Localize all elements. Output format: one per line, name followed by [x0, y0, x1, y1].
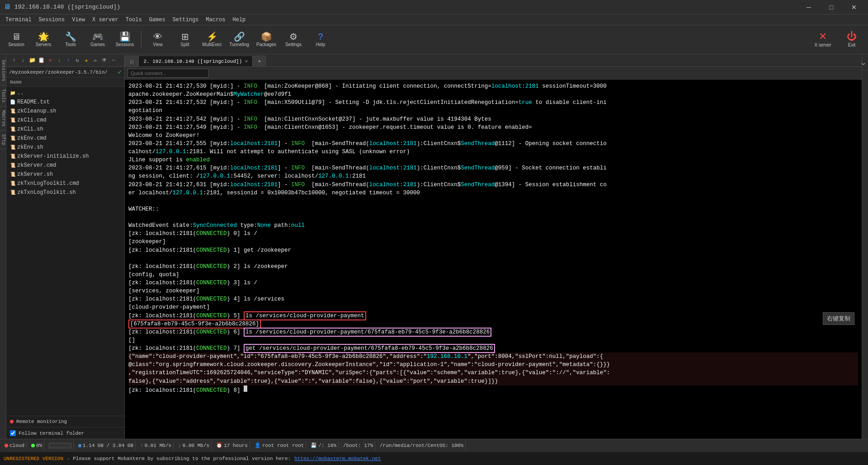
fp-delete-icon[interactable]: ✕ — [46, 56, 54, 65]
term-line: apache.zookeeper.ZooKeeperMain$MyWatcher… — [128, 90, 858, 99]
menu-view[interactable]: View — [68, 16, 89, 24]
menu-tools[interactable]: Tools — [122, 16, 146, 24]
tab-close-icon[interactable]: ✕ — [245, 58, 248, 65]
maximize-button[interactable]: □ — [821, 0, 842, 14]
status-netdown: ↓ 0.00 Mb/s — [176, 441, 212, 450]
fp-star-icon[interactable]: ★ — [82, 56, 90, 65]
session-button[interactable]: 🖥 Session — [4, 27, 29, 52]
exit-button[interactable]: ⏻ Exit — [839, 27, 864, 52]
script-icon: 📜 — [10, 117, 15, 123]
fp-refresh-icon[interactable]: ↻ — [73, 56, 81, 65]
file-tree[interactable]: 📁 .. 📄 README.txt 📜 zkCleanup.sh 📜 zkCli… — [6, 87, 124, 416]
tab-bar: ⌂ 2. 192.168.10.140 ([springcloud]) ✕ + — [125, 54, 862, 67]
menu-settings[interactable]: Settings — [169, 16, 203, 24]
menu-macros[interactable]: Macros — [202, 16, 229, 24]
file-item-zkserver-cmd[interactable]: 📜 zkServer.cmd — [6, 161, 124, 170]
fp-more-icon[interactable]: ⋯ — [109, 56, 118, 65]
servers-button[interactable]: 🌟 Servers — [31, 27, 56, 52]
fp-folder-icon[interactable]: 📁 — [28, 56, 36, 65]
home-tab[interactable]: ⌂ — [125, 56, 138, 66]
term-line: [zk: localhost:2181(CONNECTED) 1] get /z… — [128, 246, 858, 254]
remote-dot-icon — [10, 420, 14, 423]
fp-up-icon[interactable]: ↑ — [10, 56, 18, 65]
fp-edit-icon[interactable]: ✏ — [91, 56, 99, 65]
sessions-vtab[interactable]: Sessions — [0, 56, 6, 85]
term-line: [zk: localhost:2181(CONNECTED) 7] get /s… — [128, 344, 858, 352]
term-line: @class":"org.springframework.cloud.zooke… — [128, 361, 858, 369]
menu-sessions[interactable]: Sessions — [35, 16, 69, 24]
file-item-zkcli-sh[interactable]: 📜 zkCli.sh — [6, 125, 124, 134]
new-tab-button[interactable]: + — [253, 56, 266, 66]
file-item-zkcli-cmd[interactable]: 📜 zkCli.cmd — [6, 116, 124, 125]
term-line: ,"registrationTimeUTC":1692625724046,"se… — [128, 369, 858, 377]
menu-games[interactable]: Games — [146, 16, 169, 24]
games-button[interactable]: 🎮 Games — [85, 27, 110, 52]
follow-terminal-label[interactable]: Follow terminal folder — [10, 430, 121, 436]
support-text: - Please support MobaXterm by subscribin… — [67, 456, 291, 461]
sessions-button[interactable]: 💾 Sessions — [112, 27, 137, 52]
cpu-value: 0% — [36, 443, 42, 448]
term-line: [config, quota] — [128, 271, 858, 279]
menu-xserver[interactable]: X server — [89, 16, 122, 24]
xserver-button[interactable]: ✕ X server — [810, 27, 835, 52]
term-line: [675fafa8-eb79-45c5-9f3e-a2b6b8c28826] — [128, 320, 858, 328]
tools-vtab[interactable]: Tools — [0, 85, 6, 107]
remote-monitoring-button[interactable]: Remote monitoring — [10, 418, 121, 425]
script-icon: 📜 — [10, 181, 15, 186]
support-link[interactable]: https://mobaxterm.mobatek.net — [294, 456, 381, 461]
session-area: ⌂ 2. 192.168.10.140 ([springcloud]) ✕ + … — [125, 54, 862, 439]
user-value: root root root — [262, 443, 304, 448]
follow-terminal-checkbox[interactable] — [10, 430, 16, 436]
status-disk1: 💾 /: 16% — [309, 441, 339, 450]
file-panel-toolbar: ↑ ↓ 📁 📋 ✕ ↓ ↑ ↻ ★ ✏ 👁 ⋯ — [10, 56, 118, 65]
unregistered-label: UNREGISTERED VERSION — [4, 456, 63, 461]
file-item-readme[interactable]: 📄 README.txt — [6, 98, 124, 107]
macros-vtab[interactable]: Macros — [0, 107, 6, 131]
fp-view-icon[interactable]: 👁 — [100, 56, 108, 65]
file-item-zktxn-cmd[interactable]: 📜 zkTxnLogToolkit.cmd — [6, 179, 124, 188]
help-button[interactable]: ? Help — [308, 27, 333, 52]
split-button[interactable]: ⊞ Split — [172, 27, 198, 52]
term-line: ng session, client: /127.0.0.1:54452, se… — [128, 172, 858, 180]
multiexec-button[interactable]: ⚡ MultiExec — [199, 27, 225, 52]
fp-copy-icon[interactable]: 📋 — [37, 56, 45, 65]
file-item-zkserver-init[interactable]: 📜 zkServer-initialize.sh — [6, 152, 124, 161]
script-icon: 📜 — [10, 154, 15, 159]
fp-down-icon[interactable]: ↓ — [19, 56, 27, 65]
right-vtab[interactable]: › — [862, 58, 868, 70]
file-item-zkenv-cmd[interactable]: 📜 zkEnv.cmd — [6, 134, 124, 143]
netup-icon: ↑ — [140, 443, 143, 448]
term-line: 2023-08-21 21:41:27,532 [myid:] - INFO [… — [128, 99, 858, 107]
fp-download-icon[interactable]: ↓ — [55, 56, 63, 65]
term-line: JLine support is enabled — [128, 156, 858, 164]
term-line: WatchedEvent state:SyncConnected type:No… — [128, 221, 858, 230]
netdown-value: 0.00 Mb/s — [183, 443, 209, 448]
settings-button[interactable]: ⚙ Settings — [281, 27, 306, 52]
view-button[interactable]: 👁 View — [145, 27, 170, 52]
fp-upload-icon[interactable]: ↑ — [64, 56, 72, 65]
file-item-zkserver-sh[interactable]: 📜 zkServer.sh — [6, 170, 124, 179]
exit-icon: ⏻ — [847, 32, 857, 42]
file-item-dotdot[interactable]: 📁 .. — [6, 89, 124, 98]
menu-terminal[interactable]: Terminal — [2, 16, 35, 24]
packages-button[interactable]: 📦 Packages — [254, 27, 279, 52]
minimize-button[interactable]: ─ — [798, 0, 819, 14]
close-button[interactable]: ✕ — [844, 0, 864, 14]
quick-connect-input[interactable] — [127, 69, 209, 78]
window-title: 192.168.10.140 ([springcloud]) — [14, 4, 120, 10]
file-item-zktxn-sh[interactable]: 📜 zkTxnLogToolkit.sh — [6, 188, 124, 197]
term-line: 2023-08-21 21:41:27,530 [myid:] - INFO [… — [128, 82, 858, 90]
tunneling-button[interactable]: 🔗 Tunneling — [226, 27, 252, 52]
active-session-tab[interactable]: 2. 192.168.10.140 ([springcloud]) ✕ — [138, 56, 253, 66]
tools-button[interactable]: 🔧 Tools — [58, 27, 83, 52]
file-item-zkcleanup[interactable]: 📜 zkCleanup.sh — [6, 107, 124, 116]
toolbar: 🖥 Session 🌟 Servers 🔧 Tools 🎮 Games 💾 Se… — [0, 25, 868, 54]
file-item-zkenv-sh[interactable]: 📜 zkEnv.sh — [6, 143, 124, 152]
menu-help[interactable]: Help — [229, 16, 250, 24]
menu-bar: Terminal Sessions View X server Tools Ga… — [0, 14, 868, 25]
terminal-output[interactable]: 2023-08-21 21:41:27,530 [myid:] - INFO [… — [125, 80, 862, 439]
status-cloud: cloud — [3, 441, 27, 450]
sftp-vtab[interactable]: Sftp — [0, 131, 6, 149]
term-line: false},{"value":"address","variable":tru… — [128, 377, 858, 385]
term-line: egotiation — [128, 107, 858, 115]
